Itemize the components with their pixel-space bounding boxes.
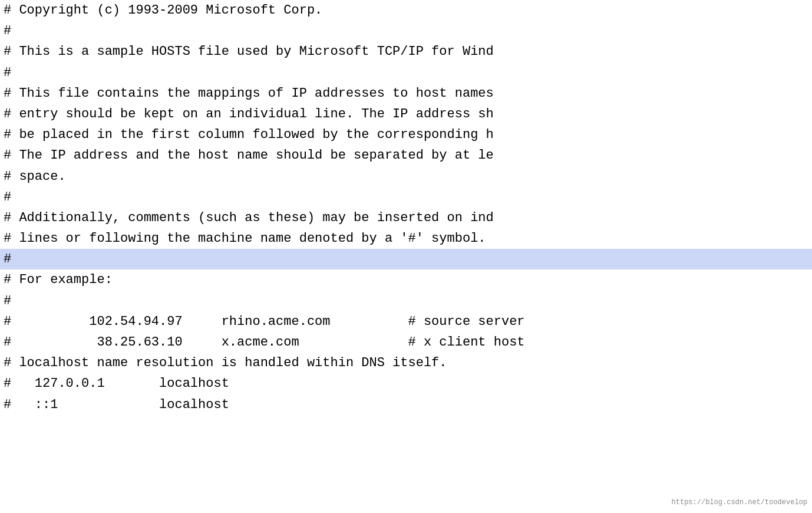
watermark: https://blog.csdn.net/toodevelop	[672, 497, 807, 508]
line-text: # 127.0.0.1 localhost	[0, 373, 812, 394]
line-text: # entry should be kept on an individual …	[0, 104, 812, 124]
editor-line: #	[0, 249, 812, 269]
line-text: # be placed in the first column followed…	[0, 124, 812, 145]
editor-line: # lines or following the machine name de…	[0, 228, 812, 249]
line-text: # For example:	[0, 269, 812, 290]
line-text: #	[0, 63, 812, 83]
editor-line: # For example:	[0, 269, 812, 290]
editor-line: # localhost name resolution is handled w…	[0, 353, 812, 373]
editor-line: #	[0, 187, 812, 208]
editor-line: # 38.25.63.10 x.acme.com # x client host	[0, 332, 812, 353]
editor-line: # 102.54.94.97 rhino.acme.com # source s…	[0, 311, 812, 332]
line-text: # Copyright (c) 1993-2009 Microsoft Corp…	[0, 0, 812, 21]
line-text: # The IP address and the host name shoul…	[0, 145, 812, 166]
editor: # Copyright (c) 1993-2009 Microsoft Corp…	[0, 0, 812, 513]
lines-container: # Copyright (c) 1993-2009 Microsoft Corp…	[0, 0, 812, 415]
editor-line: # This is a sample HOSTS file used by Mi…	[0, 41, 812, 62]
line-text: #	[0, 21, 812, 41]
editor-line: #	[0, 63, 812, 83]
editor-line: #	[0, 291, 812, 311]
editor-line: # Copyright (c) 1993-2009 Microsoft Corp…	[0, 0, 812, 21]
line-text: # ::1 localhost	[0, 394, 812, 415]
editor-line: #	[0, 21, 812, 41]
editor-line: # entry should be kept on an individual …	[0, 104, 812, 124]
line-text: # Additionally, comments (such as these)…	[0, 208, 812, 228]
editor-line: # Additionally, comments (such as these)…	[0, 208, 812, 228]
line-text: # space.	[0, 166, 812, 187]
line-text: # 38.25.63.10 x.acme.com # x client host	[0, 332, 812, 353]
editor-line: # be placed in the first column followed…	[0, 124, 812, 145]
line-text: #	[0, 291, 812, 311]
line-text: # This is a sample HOSTS file used by Mi…	[0, 41, 812, 62]
line-text: #	[0, 187, 812, 208]
line-text: # 102.54.94.97 rhino.acme.com # source s…	[0, 311, 812, 332]
editor-line: # This file contains the mappings of IP …	[0, 83, 812, 104]
editor-line: # 127.0.0.1 localhost	[0, 373, 812, 394]
line-text: # This file contains the mappings of IP …	[0, 83, 812, 104]
editor-line: # space.	[0, 166, 812, 187]
editor-line: # ::1 localhost	[0, 394, 812, 415]
line-text: #	[0, 249, 812, 269]
line-text: # localhost name resolution is handled w…	[0, 353, 812, 373]
editor-line: # The IP address and the host name shoul…	[0, 145, 812, 166]
line-text: # lines or following the machine name de…	[0, 228, 812, 249]
